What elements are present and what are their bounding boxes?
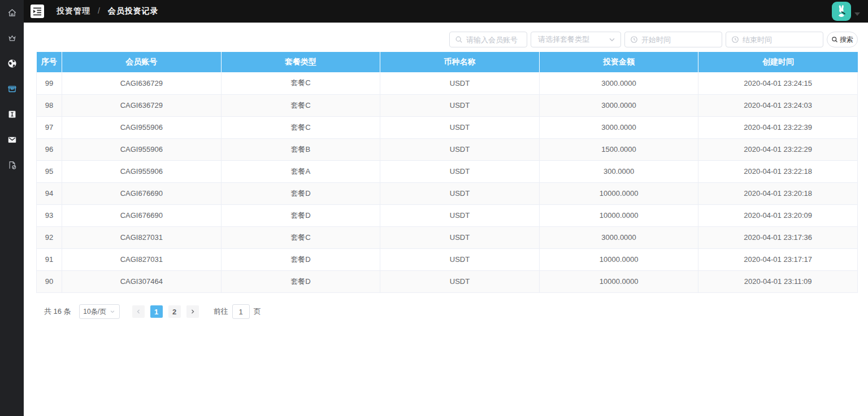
breadcrumb-separator: / bbox=[98, 6, 101, 15]
sidebar-item-vip[interactable] bbox=[0, 25, 24, 51]
table-cell: 97 bbox=[37, 116, 62, 138]
column-header: 会员账号 bbox=[62, 52, 222, 72]
main-content: 请选择套餐类型 搜索 序 bbox=[24, 23, 868, 416]
end-time-field bbox=[726, 32, 823, 47]
prev-page-button[interactable] bbox=[132, 305, 145, 318]
table-row: 92CAGI827031套餐CUSDT3000.00002020-04-01 2… bbox=[37, 226, 858, 248]
table-cell: 10000.0000 bbox=[539, 182, 698, 204]
member-account-field bbox=[449, 32, 527, 47]
column-header: 序号 bbox=[37, 52, 62, 72]
page-size-label: 10条/页 bbox=[83, 307, 106, 317]
table-cell: USDT bbox=[380, 182, 540, 204]
member-account-input[interactable] bbox=[466, 32, 527, 47]
caret-down-icon bbox=[854, 12, 860, 16]
total-count-label: 共 16 条 bbox=[44, 306, 71, 317]
table-cell: 99 bbox=[37, 72, 62, 94]
export-icon bbox=[7, 160, 18, 170]
table-cell: 套餐D bbox=[221, 248, 380, 270]
table-cell: 套餐A bbox=[221, 160, 380, 182]
column-header: 投资金额 bbox=[539, 52, 698, 72]
table-cell: 2020-04-01 23:24:15 bbox=[698, 72, 858, 94]
end-time-input[interactable] bbox=[743, 32, 823, 47]
table-cell: CAGI955906 bbox=[62, 116, 222, 138]
table-cell: USDT bbox=[380, 116, 540, 138]
menu-collapse-icon[interactable] bbox=[31, 5, 44, 18]
column-header: 套餐类型 bbox=[221, 52, 380, 72]
chevron-down-icon bbox=[110, 309, 115, 314]
table-cell: 3000.0000 bbox=[539, 72, 698, 94]
next-page-button[interactable] bbox=[186, 305, 199, 318]
column-header: 创建时间 bbox=[698, 52, 858, 72]
table-cell: USDT bbox=[380, 160, 540, 182]
table-cell: 2020-04-01 23:20:09 bbox=[698, 204, 858, 226]
page-button[interactable]: 1 bbox=[150, 305, 163, 318]
goto-page-input[interactable] bbox=[232, 304, 250, 319]
table-row: 96CAGI955906套餐BUSDT1500.00002020-04-01 2… bbox=[37, 138, 858, 160]
filter-bar: 请选择套餐类型 搜索 bbox=[449, 32, 858, 47]
table-cell: USDT bbox=[380, 94, 540, 116]
sidebar-item-global[interactable] bbox=[0, 51, 24, 76]
info-icon bbox=[7, 109, 18, 120]
table-cell: 92 bbox=[37, 226, 62, 248]
search-icon bbox=[831, 36, 838, 43]
table-cell: 套餐D bbox=[221, 270, 380, 292]
chevron-right-icon bbox=[190, 309, 196, 314]
chevron-left-icon bbox=[136, 309, 141, 314]
table-row: 93CAGI676690套餐DUSDT10000.00002020-04-01 … bbox=[37, 204, 858, 226]
table-cell: CAGI955906 bbox=[62, 160, 222, 182]
table-cell: 10000.0000 bbox=[539, 204, 698, 226]
table-cell: 2020-04-01 23:22:29 bbox=[698, 138, 858, 160]
clock-icon bbox=[731, 36, 739, 43]
crown-icon bbox=[7, 33, 18, 43]
table-cell: 91 bbox=[37, 248, 62, 270]
page-button[interactable]: 2 bbox=[168, 305, 181, 318]
sidebar-item-export[interactable] bbox=[0, 152, 24, 178]
table-cell: 95 bbox=[37, 160, 62, 182]
search-button-label: 搜索 bbox=[840, 35, 853, 45]
investment-table: 序号会员账号套餐类型币种名称投资金额创建时间 99CAGI636729套餐CUS… bbox=[36, 52, 858, 293]
table-cell: CAGI636729 bbox=[62, 72, 222, 94]
user-menu[interactable] bbox=[832, 2, 860, 21]
sidebar bbox=[0, 0, 24, 416]
start-time-input[interactable] bbox=[641, 32, 722, 47]
table-cell: 93 bbox=[37, 204, 62, 226]
start-time-field bbox=[624, 32, 722, 47]
sidebar-item-home[interactable] bbox=[0, 0, 24, 25]
breadcrumb-item-current: 会员投资记录 bbox=[108, 6, 159, 15]
table-cell: CAGI636729 bbox=[62, 94, 222, 116]
sidebar-item-investment[interactable] bbox=[0, 76, 24, 102]
table-cell: CAGI676690 bbox=[62, 182, 222, 204]
table-cell: 300.0000 bbox=[539, 160, 698, 182]
package-type-placeholder: 请选择套餐类型 bbox=[538, 34, 608, 45]
mail-icon bbox=[7, 134, 18, 145]
table-row: 99CAGI636729套餐CUSDT3000.00002020-04-01 2… bbox=[37, 72, 858, 94]
home-icon bbox=[7, 7, 18, 18]
search-button[interactable]: 搜索 bbox=[827, 32, 858, 47]
table-cell: 套餐C bbox=[221, 116, 380, 138]
table-cell: 2020-04-01 23:22:39 bbox=[698, 116, 858, 138]
table-cell: 10000.0000 bbox=[539, 248, 698, 270]
table-cell: 3000.0000 bbox=[539, 116, 698, 138]
table-cell: 3000.0000 bbox=[539, 94, 698, 116]
breadcrumb-item-parent[interactable]: 投资管理 bbox=[57, 6, 90, 15]
table-cell: 94 bbox=[37, 182, 62, 204]
table-cell: 3000.0000 bbox=[539, 226, 698, 248]
table-cell: 1500.0000 bbox=[539, 138, 698, 160]
package-type-select[interactable]: 请选择套餐类型 bbox=[531, 32, 621, 47]
table-cell: 套餐B bbox=[221, 138, 380, 160]
table-cell: 98 bbox=[37, 94, 62, 116]
sidebar-item-mail[interactable] bbox=[0, 127, 24, 152]
table-cell: USDT bbox=[380, 72, 540, 94]
table-cell: 2020-04-01 23:20:18 bbox=[698, 182, 858, 204]
globe-icon bbox=[7, 58, 18, 69]
table-cell: 10000.0000 bbox=[539, 270, 698, 292]
table-cell: 套餐C bbox=[221, 226, 380, 248]
avatar bbox=[832, 2, 851, 21]
table-cell: CAGI307464 bbox=[62, 270, 222, 292]
pagination: 共 16 条 10条/页 12 前往 页 bbox=[44, 304, 261, 319]
breadcrumb: 投资管理 / 会员投资记录 bbox=[57, 6, 159, 16]
table-cell: 套餐D bbox=[221, 182, 380, 204]
sidebar-item-notice[interactable] bbox=[0, 102, 24, 127]
page-size-select[interactable]: 10条/页 bbox=[79, 304, 120, 319]
storage-box-icon bbox=[7, 84, 18, 94]
